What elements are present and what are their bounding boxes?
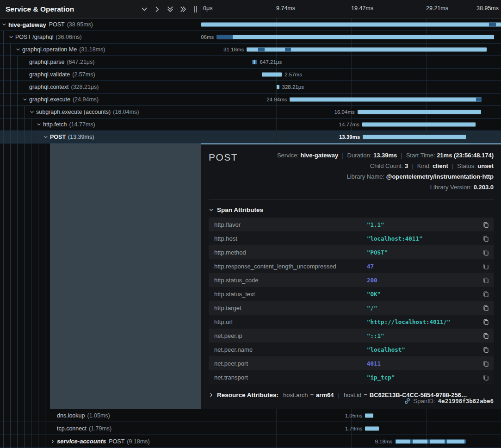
span-timeline-cell[interactable]: 31.18ms bbox=[201, 44, 501, 56]
chevron-down-icon[interactable] bbox=[16, 47, 22, 52]
span-name-cell[interactable]: graphql.validate(2.57ms) bbox=[0, 68, 201, 81]
span-timeline-cell[interactable]: 14.77ms bbox=[201, 118, 501, 131]
chevron-down-icon[interactable] bbox=[23, 97, 29, 102]
expand-collapse-controls bbox=[141, 6, 187, 13]
span-bar-segment bbox=[216, 35, 233, 39]
span-timeline-cell[interactable]: 647.21μs bbox=[201, 56, 501, 68]
span-name-cell[interactable]: http.fetch(14.77ms) bbox=[0, 118, 201, 131]
span-name-cell[interactable]: subgraph.execute (accounts)(16.04ms) bbox=[0, 106, 201, 118]
span-name-cell[interactable]: dns.lookup(1.05ms) bbox=[0, 409, 201, 422]
span-timeline-cell[interactable]: 2.57ms bbox=[201, 68, 501, 81]
span-bar[interactable] bbox=[395, 439, 466, 443]
span-timeline-cell[interactable]: 13.39ms bbox=[201, 131, 501, 143]
copy-icon[interactable] bbox=[481, 275, 491, 285]
span-name-cell[interactable]: hive-gatewayPOST(38.95ms) bbox=[0, 19, 201, 31]
copy-icon[interactable] bbox=[481, 219, 491, 230]
chevron-down-icon[interactable] bbox=[9, 35, 15, 39]
span-bar[interactable] bbox=[247, 48, 487, 52]
span-timeline-cell[interactable]: 9.18ms bbox=[201, 435, 501, 448]
copy-icon[interactable] bbox=[481, 317, 491, 327]
span-bar[interactable] bbox=[277, 85, 279, 89]
span-bar[interactable] bbox=[290, 98, 482, 102]
span-name-cell[interactable]: tcp.connect(1.79ms) bbox=[0, 422, 201, 435]
span-bar[interactable] bbox=[365, 426, 379, 430]
span-duration: (24.94ms) bbox=[73, 96, 99, 103]
span-row[interactable]: tcp.connect(1.79ms)1.79ms bbox=[0, 422, 501, 435]
detail-meta-line: Child Count: 3|Kind: client|Status: unse… bbox=[246, 161, 494, 171]
span-attributes-toggle[interactable]: Span Attributes bbox=[209, 206, 494, 213]
double-chevron-down-icon[interactable] bbox=[167, 6, 174, 13]
span-duration: (13.39ms) bbox=[68, 134, 94, 140]
span-name-cell[interactable]: graphql.operation Me(31.18ms) bbox=[0, 44, 201, 56]
span-row[interactable]: graphql.validate(2.57ms)2.57ms bbox=[0, 68, 501, 81]
span-name: http.fetch(14.77ms) bbox=[0, 121, 201, 128]
span-name-cell[interactable]: graphql.context(328.21μs) bbox=[0, 81, 201, 93]
timeline-gridline bbox=[426, 56, 427, 68]
chevron-right-icon[interactable] bbox=[154, 6, 161, 13]
span-bar[interactable] bbox=[216, 35, 494, 39]
chevron-down-icon[interactable] bbox=[37, 122, 43, 127]
span-name: graphql.operation Me(31.18ms) bbox=[0, 46, 201, 53]
span-name-cell[interactable]: service-accountsPOST(9.18ms) bbox=[0, 435, 201, 448]
copy-icon[interactable] bbox=[481, 344, 491, 355]
span-row[interactable]: hive-gatewayPOST(38.95ms)38.95ms bbox=[0, 19, 501, 31]
copy-icon[interactable] bbox=[481, 330, 491, 341]
copy-icon[interactable] bbox=[481, 261, 491, 271]
span-bar[interactable] bbox=[262, 73, 282, 77]
span-row[interactable]: dns.lookup(1.05ms)1.05ms bbox=[0, 409, 501, 422]
span-timeline-cell[interactable]: 1.79ms bbox=[201, 422, 501, 435]
span-row[interactable]: subgraph.execute (accounts)(16.04ms)16.0… bbox=[0, 106, 501, 118]
span-timeline-cell[interactable]: 16.04ms bbox=[201, 106, 501, 118]
span-timeline-cell[interactable]: 1.05ms bbox=[201, 409, 501, 422]
span-bar[interactable] bbox=[358, 110, 481, 114]
operation-name: http.fetch bbox=[43, 121, 67, 128]
selected-span-block[interactable] bbox=[50, 143, 201, 409]
span-bar[interactable] bbox=[363, 135, 466, 139]
copy-icon[interactable] bbox=[481, 303, 491, 313]
span-name-cell[interactable]: POST /graphql(36.06ms) bbox=[0, 31, 201, 43]
span-row[interactable]: graphql.execute(24.94ms)24.94ms bbox=[0, 93, 501, 106]
span-timeline-cell[interactable]: 24.94ms bbox=[201, 93, 501, 106]
span-row[interactable]: graphql.context(328.21μs)328.21μs bbox=[0, 81, 501, 93]
chevron-down-icon[interactable] bbox=[141, 6, 148, 13]
span-row[interactable]: POST /graphql(36.06ms)36.06ms bbox=[0, 31, 501, 44]
span-row[interactable]: http.fetch(14.77ms)14.77ms bbox=[0, 118, 501, 131]
span-name-cell[interactable]: POST(13.39ms) bbox=[0, 131, 201, 143]
service-name: hive-gateway bbox=[8, 21, 46, 28]
column-resizer[interactable] bbox=[192, 6, 198, 12]
copy-icon[interactable] bbox=[481, 289, 491, 299]
chevron-down-icon[interactable] bbox=[43, 135, 50, 139]
chevron-down-icon[interactable] bbox=[2, 22, 8, 27]
copy-icon[interactable] bbox=[481, 358, 491, 368]
span-bar[interactable] bbox=[201, 23, 501, 27]
span-timeline-cell[interactable]: 38.95ms bbox=[201, 19, 501, 31]
copy-icon[interactable] bbox=[481, 233, 491, 243]
chevron-right-icon[interactable] bbox=[50, 439, 57, 444]
attribute-value: 4011 bbox=[367, 360, 481, 367]
timeline-gridline bbox=[276, 131, 277, 143]
span-bar[interactable] bbox=[365, 413, 373, 417]
span-row[interactable]: graphql.parse(647.21μs)647.21μs bbox=[0, 56, 501, 68]
detail-header: POSTService: hive-gateway|Duration: 13.3… bbox=[209, 149, 494, 193]
timeline-gridline bbox=[426, 409, 427, 422]
timeline-gridline bbox=[276, 409, 277, 422]
separator: | bbox=[338, 392, 340, 398]
span-timeline-cell[interactable]: 36.06ms bbox=[201, 31, 501, 43]
span-timeline-cell[interactable]: 328.21μs bbox=[201, 81, 501, 93]
attribute-row: net.transport"ip_tcp" bbox=[209, 370, 494, 384]
span-name: dns.lookup(1.05ms) bbox=[0, 412, 201, 419]
span-name: graphql.execute(24.94ms) bbox=[0, 96, 201, 103]
link-icon[interactable] bbox=[404, 398, 411, 404]
span-name-cell[interactable]: graphql.execute(24.94ms) bbox=[0, 93, 201, 106]
detail-meta-line: Library Version: 0.203.0 bbox=[246, 182, 494, 193]
chevron-down-icon[interactable] bbox=[30, 110, 36, 114]
span-row[interactable]: graphql.operation Me(31.18ms)31.18ms bbox=[0, 44, 501, 56]
span-bar[interactable] bbox=[252, 60, 257, 64]
copy-icon[interactable] bbox=[481, 372, 491, 382]
span-name-cell[interactable]: graphql.parse(647.21μs) bbox=[0, 56, 201, 68]
span-row[interactable]: POST(13.39ms)13.39ms bbox=[0, 131, 501, 143]
span-row[interactable]: service-accountsPOST(9.18ms)9.18ms bbox=[0, 435, 501, 448]
double-chevron-right-icon[interactable] bbox=[179, 6, 187, 13]
span-bar[interactable] bbox=[362, 123, 476, 127]
copy-icon[interactable] bbox=[481, 247, 491, 257]
